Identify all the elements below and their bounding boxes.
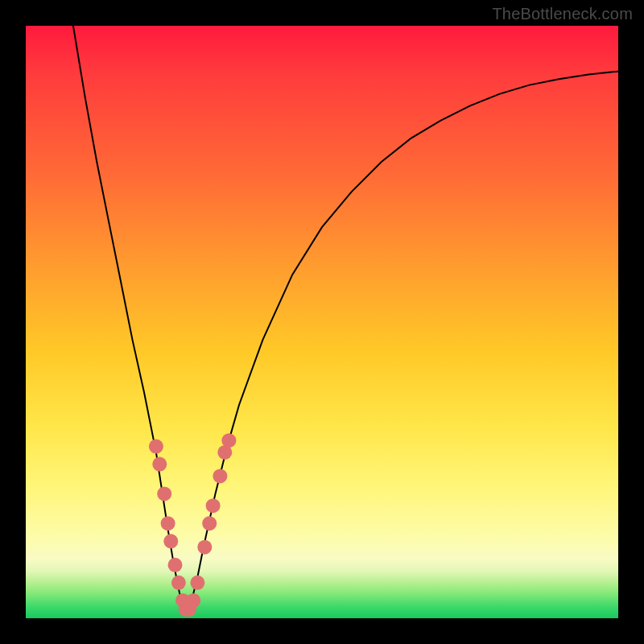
marker-dot (197, 540, 212, 555)
chart-overlay (26, 26, 618, 618)
marker-dot (168, 558, 183, 572)
marker-dot (206, 498, 221, 513)
marker-dot (190, 576, 204, 590)
marker-dot (171, 576, 186, 590)
curve-layer (73, 26, 618, 613)
marker-dot (152, 457, 167, 472)
marker-dot (213, 469, 227, 483)
marker-dot (202, 516, 217, 530)
marker-dot (221, 433, 236, 448)
watermark-text: TheBottleneck.com (492, 5, 633, 23)
marker-dot (163, 534, 178, 548)
marker-dot (157, 486, 171, 501)
marker-dot (186, 593, 200, 608)
marker-dot (149, 440, 163, 454)
marker-dot (161, 516, 175, 530)
outer-frame: TheBottleneck.com (0, 0, 644, 644)
bottleneck-curve (73, 26, 618, 613)
